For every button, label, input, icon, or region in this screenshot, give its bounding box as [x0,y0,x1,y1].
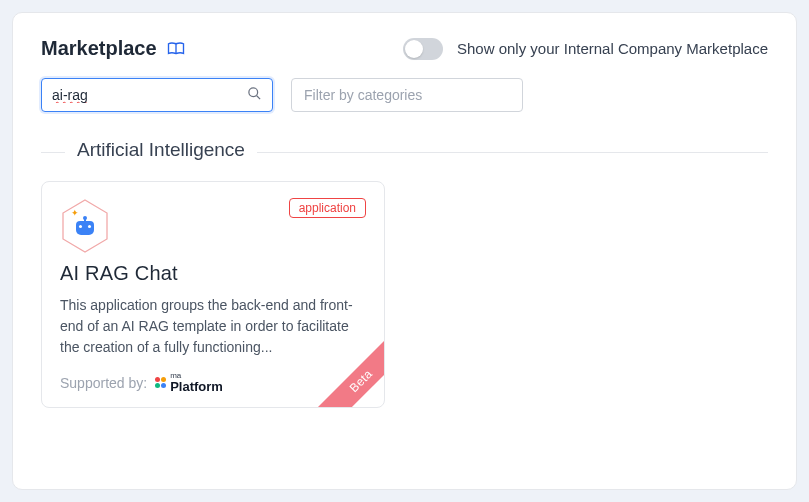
search-field-wrap[interactable] [41,78,273,112]
svg-point-0 [249,87,258,96]
svg-line-1 [257,95,260,98]
book-icon[interactable] [167,41,185,57]
platform-large-text: Platform [170,380,223,393]
internal-marketplace-toggle[interactable] [403,38,443,60]
category-filter[interactable]: Filter by categories [291,78,523,112]
card-title: AI RAG Chat [60,262,366,285]
header-left: Marketplace [41,37,185,60]
toggle-group: Show only your Internal Company Marketpl… [403,38,768,60]
sparkle-icon: ✦ [71,208,79,218]
type-badge: application [289,198,366,218]
filters-row: Filter by categories [41,78,768,112]
section-label: Artificial Intelligence [65,139,257,161]
search-icon[interactable] [247,86,262,105]
cards-grid: ✦ application AI RAG Chat This applicati… [41,181,768,408]
toggle-label: Show only your Internal Company Marketpl… [457,40,768,57]
platform-logo: ma Platform [155,372,223,393]
card-description: This application groups the back-end and… [60,295,366,358]
platform-dots-icon [155,377,166,388]
card-top: ✦ application [60,198,366,254]
section-ai: Artificial Intelligence ✦ [41,152,768,408]
supported-by-label: Supported by: [60,375,147,391]
category-placeholder: Filter by categories [304,87,422,103]
supported-row: Supported by: ma Platform [60,372,366,393]
search-input[interactable] [52,87,247,103]
toggle-knob [405,40,423,58]
bot-icon [76,221,94,235]
card-ai-rag-chat[interactable]: ✦ application AI RAG Chat This applicati… [41,181,385,408]
section-rule: Artificial Intelligence [41,152,768,153]
header-row: Marketplace Show only your Internal Comp… [41,37,768,60]
app-hex-icon: ✦ [60,198,110,254]
marketplace-panel: Marketplace Show only your Internal Comp… [12,12,797,490]
page-title: Marketplace [41,37,157,60]
